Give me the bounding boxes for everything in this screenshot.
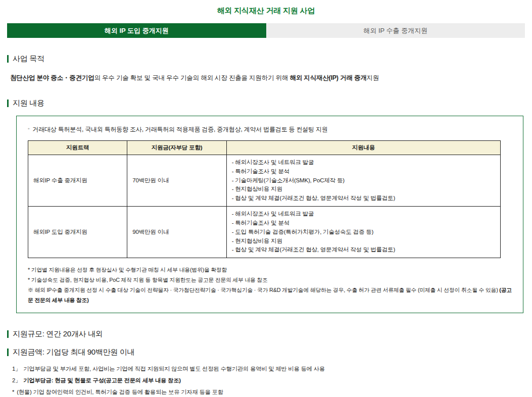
support-heading-text: 지원 내용 — [13, 98, 44, 108]
detail-line: - 해외시장조사 및 네트워크 발굴 — [232, 158, 495, 167]
support-content-box: ◦ 거래대상 특허분석, 국내외 특허동향 조사, 거래특허의 적용제품 검증,… — [16, 116, 523, 313]
purpose-normal-1: 의 우수 기술 확보 및 국내 우수 기술의 해외 시장 진출을 지원하기 위해 — [94, 74, 289, 81]
purpose-bold-1: 첨단산업 분야 중소・중견기업 — [10, 74, 94, 81]
footnote-line: * 기술성숙도 검증, 현지협상 비용, PoC 제작 지원 등 항목별 지원한… — [28, 275, 513, 285]
heading-accent-bar — [7, 100, 9, 107]
detail-line: - 해외시장조사 및 네트워크 발굴 — [232, 210, 495, 219]
purpose-bold-2: 해외 지식재산(IP) 거래 중개 — [289, 74, 366, 81]
purpose-text: 첨단산업 분야 중소・중견기업의 우수 기술 확보 및 국내 우수 기술의 해외… — [10, 74, 522, 82]
support-bullet-line: ◦ 거래대상 특허분석, 국내외 특허동향 조사, 거래특허의 적용제품 검증,… — [28, 125, 513, 134]
note-line: 2」기업부담금: 현금 및 현물로 구성(공고문 전문의 세부 내용 참조) — [12, 375, 525, 386]
footnote-line: ※ 해외 IP수출 중개지원 선정 시 수출 대상 기술이 전략물자 · 국가첨… — [28, 285, 513, 306]
heading-accent-bar — [7, 349, 9, 356]
detail-line: - 협상 및 계약 체결(거래조건 협상, 영문계약서 작성 및 법률검토) — [232, 194, 495, 203]
col-header-track: 지원트랙 — [28, 141, 127, 155]
heading-accent-bar — [7, 55, 9, 63]
section-heading-support: 지원 내용 — [7, 98, 525, 108]
scale-heading-text: 지원규모: 연간 20개사 내외 — [13, 329, 103, 339]
bullet-icon: ◦ — [28, 125, 29, 134]
note-line: 1」기업부담금 및 부가세 포함, 사업비는 기업에 직접 지원되지 않으며 별… — [12, 363, 525, 375]
detail-line: - 현지협상비용 지원 — [232, 185, 495, 194]
details-cell: - 해외시장조사 및 네트워크 발굴- 특허기술조사 및 분석- 기술마케팅(기… — [226, 155, 500, 207]
heading-accent-bar — [7, 330, 9, 338]
detail-line: - 특허기술조사 및 분석 — [232, 219, 495, 228]
note-line: *(현물) 기업 참여인력의 인건비, 특허기술 검증 등에 활용되는 보유 기… — [12, 386, 525, 397]
detail-line: - 기술마케팅(기술소개서(SMK), PoC제작 등) — [232, 176, 495, 185]
support-footnotes: * 기업별 지원내용은 선정 후 현장실사 및 수행기관 매칭 시 세부 내용(… — [28, 265, 513, 306]
support-table-row: 해외IP 도입 중개지원90백만원 이내- 해외시장조사 및 네트워크 발굴- … — [28, 207, 501, 258]
support-table-row: 해외IP 수출 중개지원70백만원 이내- 해외시장조사 및 네트워크 발굴- … — [28, 155, 501, 207]
section-heading-purpose: 사업 목적 — [7, 54, 525, 64]
col-header-amount: 지원금(자부담 포함) — [127, 141, 226, 155]
purpose-normal-2: 지원 — [367, 74, 379, 81]
support-table-header-row: 지원트랙 지원금(자부담 포함) 지원내용 — [28, 141, 501, 155]
detail-line: - 특허기술조사 및 분석 — [232, 167, 495, 176]
page-title: 해외 지식재산 거래 지원 사업 — [0, 6, 532, 16]
section-heading-scale: 지원규모: 연간 20개사 내외 — [7, 329, 525, 339]
detail-line: - 현지협상비용 지원 — [232, 237, 495, 246]
amount-notes: 1」기업부담금 및 부가세 포함, 사업비는 기업에 직접 지원되지 않으며 별… — [12, 363, 525, 397]
tab-ip-import-support[interactable]: 해외 IP 도입 중개지원 — [7, 23, 266, 38]
col-header-details: 지원내용 — [226, 141, 500, 155]
purpose-heading-text: 사업 목적 — [13, 54, 44, 64]
detail-line: - 협상 및 계약 체결(거래조건 협상, 영문계약서 작성 및 법률검토) — [232, 245, 495, 255]
amount-heading-text: 지원금액: 기업당 최대 90백만원 이내 — [13, 348, 134, 357]
tab-bar: 해외 IP 도입 중개지원 해외 IP 수출 중개지원 — [7, 23, 525, 38]
support-bullet-text: 거래대상 특허분석, 국내외 특허동향 조사, 거래특허의 적용제품 검증, 중… — [32, 125, 327, 134]
footnote-line: * 기업별 지원내용은 선정 후 현장실사 및 수행기관 매칭 시 세부 내용(… — [28, 265, 513, 275]
page: 해외 지식재산 거래 지원 사업 해외 IP 도입 중개지원 해외 IP 수출 … — [0, 6, 532, 397]
detail-line: - 도입 특허기술 검증(특허가치평가, 기술성숙도 검증 등) — [232, 228, 495, 237]
amount-cell: 90백만원 이내 — [127, 207, 226, 258]
track-cell: 해외IP 도입 중개지원 — [28, 207, 127, 258]
section-heading-amount: 지원금액: 기업당 최대 90백만원 이내 — [7, 348, 525, 357]
track-cell: 해외IP 수출 중개지원 — [28, 155, 127, 207]
tab-ip-export-support[interactable]: 해외 IP 수출 중개지원 — [266, 23, 525, 38]
details-cell: - 해외시장조사 및 네트워크 발굴- 특허기술조사 및 분석- 도입 특허기술… — [226, 207, 500, 258]
support-table: 지원트랙 지원금(자부담 포함) 지원내용 해외IP 수출 중개지원70백만원 … — [28, 140, 501, 258]
amount-cell: 70백만원 이내 — [127, 155, 226, 207]
